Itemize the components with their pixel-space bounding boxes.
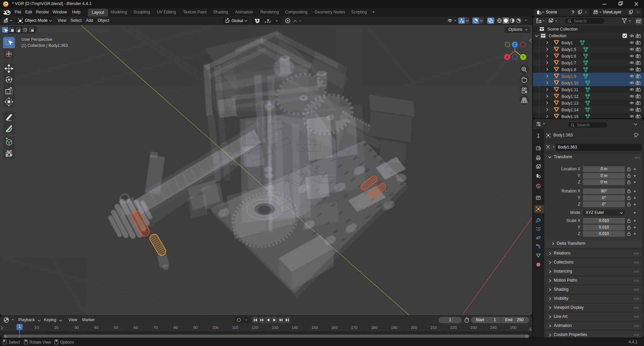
- svg-text:Body1:12: Body1:12: [561, 94, 579, 99]
- svg-text:200: 200: [411, 326, 417, 330]
- svg-text:240: 240: [490, 326, 496, 330]
- svg-text:Y: Y: [522, 55, 524, 59]
- svg-text:Global: Global: [231, 18, 243, 23]
- svg-text:110: 110: [232, 326, 238, 330]
- svg-text:70: 70: [154, 326, 158, 330]
- svg-text:230: 230: [470, 326, 477, 330]
- svg-text:140: 140: [291, 326, 298, 330]
- svg-text:80: 80: [174, 326, 178, 330]
- svg-text:90: 90: [194, 326, 198, 330]
- svg-text:130: 130: [272, 326, 278, 330]
- svg-text:Body1:8: Body1:8: [561, 67, 576, 72]
- svg-text:Body1:9: Body1:9: [561, 74, 576, 79]
- svg-text:Body1:6: Body1:6: [561, 54, 576, 59]
- svg-text:20: 20: [54, 326, 59, 330]
- svg-text:220: 220: [450, 326, 457, 330]
- svg-text:Body1: Body1: [561, 41, 573, 45]
- svg-text:40: 40: [94, 326, 99, 330]
- svg-text:Body1:14: Body1:14: [561, 108, 579, 112]
- svg-text:190: 190: [391, 326, 397, 330]
- svg-text:100: 100: [212, 326, 218, 330]
- svg-text:250: 250: [510, 326, 516, 330]
- svg-text:Body1:7: Body1:7: [561, 61, 576, 65]
- svg-text:180: 180: [371, 326, 377, 330]
- svg-text:120: 120: [252, 326, 258, 330]
- svg-text:Options: Options: [60, 340, 74, 345]
- svg-text:Select: Select: [9, 340, 20, 345]
- svg-text:170: 170: [351, 326, 357, 330]
- svg-text:Body1:5: Body1:5: [561, 47, 576, 52]
- svg-text:Body1:13: Body1:13: [561, 101, 579, 106]
- svg-text:160: 160: [331, 326, 337, 330]
- svg-text:X: X: [506, 55, 508, 59]
- svg-text:150: 150: [311, 326, 318, 330]
- svg-text:10: 10: [35, 326, 39, 330]
- svg-text:30: 30: [74, 326, 79, 330]
- svg-text:210: 210: [430, 326, 437, 330]
- svg-text:50: 50: [114, 326, 118, 330]
- svg-text:Z: Z: [514, 43, 516, 47]
- svg-text:60: 60: [134, 326, 138, 330]
- svg-text:Body1:15: Body1:15: [561, 114, 579, 119]
- svg-text:Rotate View: Rotate View: [30, 340, 51, 345]
- svg-text:Body1:10: Body1:10: [561, 81, 579, 85]
- svg-text:Body1:11: Body1:11: [561, 88, 578, 92]
